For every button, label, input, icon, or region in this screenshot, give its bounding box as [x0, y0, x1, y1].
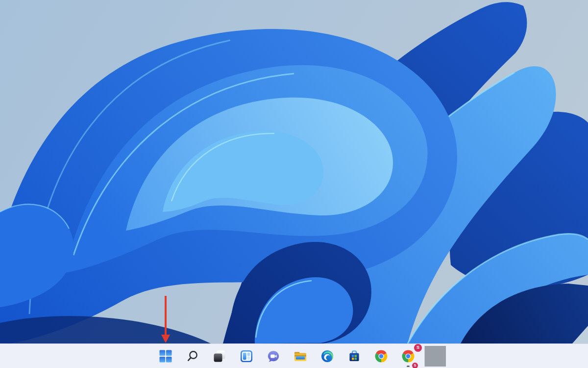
- screen: S S: [0, 0, 588, 368]
- running-indicator: [407, 366, 410, 367]
- edge-button[interactable]: [317, 345, 338, 367]
- chat-icon: [267, 350, 280, 363]
- search-icon: [186, 350, 199, 363]
- task-view-icon: [213, 350, 226, 363]
- red-arrow-annotation: [165, 296, 167, 335]
- chrome-icon: [375, 350, 388, 363]
- widgets-button[interactable]: [236, 345, 257, 367]
- windows-start-icon: [159, 350, 172, 363]
- widgets-icon: [240, 350, 253, 363]
- chrome-profile-button[interactable]: S S: [397, 345, 419, 367]
- file-explorer-button[interactable]: [290, 345, 311, 367]
- task-view-button[interactable]: [209, 345, 230, 367]
- bloom-wallpaper: [0, 0, 588, 343]
- taskbar: S S: [0, 343, 588, 368]
- notification-badge: S: [414, 344, 422, 352]
- file-explorer-icon: [294, 350, 307, 363]
- notification-badge: S: [412, 363, 418, 368]
- gray-app-thumbnail[interactable]: [424, 346, 446, 367]
- chrome-icon: [402, 350, 415, 363]
- taskbar-icon-row: S S: [155, 344, 446, 368]
- search-button[interactable]: [182, 345, 203, 367]
- store-icon: [348, 350, 361, 363]
- desktop[interactable]: [0, 0, 588, 343]
- chrome-button[interactable]: [370, 345, 392, 367]
- store-button[interactable]: [343, 345, 365, 367]
- start-button[interactable]: [155, 345, 176, 367]
- edge-icon: [321, 350, 334, 363]
- chat-button[interactable]: [263, 345, 284, 367]
